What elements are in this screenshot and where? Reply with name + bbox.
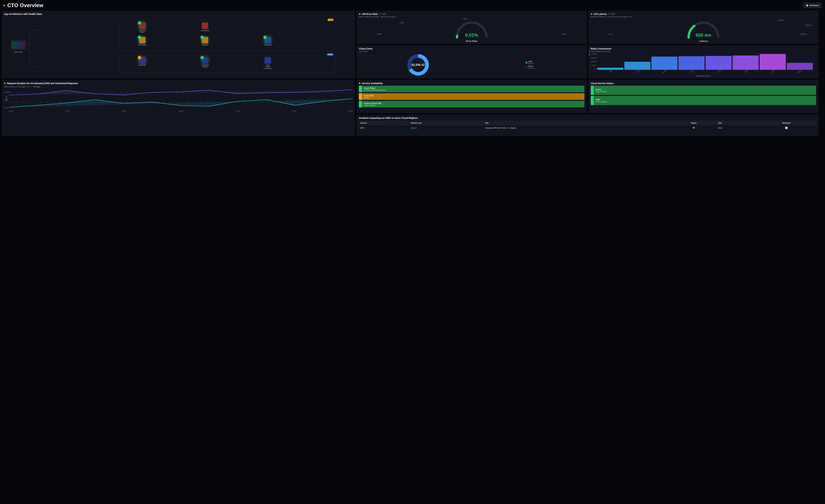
status-accent (591, 86, 594, 95)
gauge-api-error: 0.00% 0.50% 1.00% 2.00% 0.01% (359, 18, 584, 39)
status-bar-title: Azure Relay (364, 87, 582, 89)
status-bar[interactable]: AzureView in IsDown (591, 86, 816, 95)
node-relay[interactable]: Relay (Hybrid Connections) (262, 57, 274, 69)
node-s3[interactable]: S3 (Buckets) (199, 22, 211, 31)
panel-relay: Relay Connections Total connections by d… (588, 46, 818, 78)
status-bar-subtitle: View in IsDown (596, 91, 814, 92)
panel-cloud-costs: Cloud Costs Last month $3,596.42 AWS$2,4… (357, 46, 587, 78)
status-dot-icon (693, 127, 695, 129)
status-accent (591, 96, 594, 105)
reqdur-range: 24 hours (33, 86, 40, 88)
panel-incidents: Incidents impacting our AWS or Azure Clo… (357, 115, 818, 136)
gauge-axis-label: Latency (591, 40, 816, 43)
api-error-title: API Error Rate (362, 13, 378, 15)
cloud-tag-azure: Azure (327, 53, 333, 56)
panel-cloud-status: Cloud Service Status AzureView in IsDown… (588, 80, 818, 113)
relay-subtitle: Total connections by day (591, 50, 816, 52)
gauge-value: 0.01% (359, 32, 584, 38)
line-chart: number 1,000.00 900.00 800.00 (9, 89, 353, 109)
status-bar-title: Azure B2C (364, 94, 582, 97)
node-cosmosdb[interactable]: ✓ CosmosDB (Graph) (199, 57, 211, 68)
status-dot-icon (359, 13, 361, 15)
status-bar-subtitle: View in IsDown (596, 101, 814, 103)
checkbox-icon[interactable]: ✓ (785, 127, 788, 129)
kpi-tag: "1" KPI (379, 13, 386, 15)
cloud-box-aws: AWS (119, 20, 335, 51)
reqdur-title: Request Duration for On-Demand (API) and… (7, 82, 78, 85)
status-accent (359, 86, 362, 92)
costs-title: Cloud Costs (359, 47, 584, 50)
panel-api-error: API Error Rate "1" KPI AWS Lambda Error … (357, 11, 587, 44)
costs-legend: AWS$2,417.... Azure$1,179.... (526, 60, 536, 70)
status-dot-icon (359, 82, 361, 84)
status-accent (359, 101, 362, 107)
reqdur-subtitle: AWS Lambda, 1h average in ms (4, 86, 30, 88)
status-dot-icon (4, 82, 6, 84)
page-title: CTO Overview (7, 2, 43, 8)
costs-subtitle: Last month (359, 50, 584, 52)
bar[interactable] (733, 56, 759, 70)
cloud-tag-aws: AWS (327, 19, 333, 21)
gauge-axis-label: Error Rate (359, 40, 584, 43)
bar[interactable] (597, 68, 623, 70)
status-bar[interactable]: Azure Cosmos DBGraph Database (359, 101, 584, 107)
status-bar-subtitle: Graph Database (364, 104, 582, 106)
legend-swatch-icon (526, 62, 527, 63)
bar[interactable] (652, 57, 677, 70)
panel-architecture: App Architecture with Health State React… (2, 11, 355, 78)
bar[interactable] (705, 56, 732, 70)
health-ok-icon: ✓ (201, 36, 204, 39)
status-bar-title: Azure (596, 88, 814, 91)
health-ok-icon: ✓ (138, 21, 141, 24)
legend-swatch-icon (526, 66, 527, 68)
node-cloudfront[interactable]: ✓ CloudFront (CDN) (137, 22, 148, 33)
node-react-client-label: React Client (11, 51, 26, 53)
api-latency-subtitle: AWS API Gateway - last 15m period averag… (591, 16, 816, 18)
time-range-button[interactable]: 24 hours (803, 3, 822, 8)
bar[interactable] (678, 56, 704, 70)
relay-bar-chart: 4,000.00 3,000.00 2,000.00 1,000.00 0.00 (597, 53, 813, 70)
health-warn-icon: ! (138, 56, 141, 59)
health-ok-icon: ✓ (138, 36, 141, 39)
status-bar[interactable]: Azure B2CIdentity (359, 93, 584, 100)
api-error-subtitle: AWS Lambda Error Rate - last 15m average… (359, 16, 584, 18)
status-bar[interactable]: AWSView in IsDown (591, 96, 816, 105)
cstatus-title: Cloud Service Status (591, 82, 816, 85)
gauge-api-latency: 0 ms 2,000 ms 2,500 ms 3,000 ms 920 ms (591, 18, 816, 39)
panel-request-duration: Request Duration for On-Demand (API) and… (2, 80, 355, 136)
cloud-box-azure: Azure (119, 55, 335, 73)
donut-chart: $3,596.42 (407, 54, 429, 76)
status-bar-subtitle: On-Prem Hybrid Connections (364, 89, 582, 91)
api-latency-title: API Latency (594, 13, 607, 15)
clock-icon (806, 4, 808, 7)
node-react-client[interactable] (11, 41, 26, 50)
health-ok-icon: ✓ (264, 36, 267, 39)
gauge-value: 920 ms (591, 32, 816, 38)
status-bar-title: AWS (596, 98, 814, 101)
arch-title: App Architecture with Health State (4, 13, 353, 15)
incidents-table: Service IsDown Link Title Status Type Re… (359, 121, 816, 130)
status-bar-subtitle: Identity (364, 97, 582, 99)
incidents-title: Incidents impacting our AWS or Azure Clo… (359, 117, 816, 119)
time-range-label: 24 hours (810, 4, 819, 7)
node-dynamodb[interactable]: ✓ DynamoDB (262, 37, 274, 46)
node-lambdas[interactable]: ✓ Lambdas (199, 37, 211, 46)
kpi-tag: "1" KPI (608, 13, 615, 15)
panel-api-latency: API Latency "1" KPI AWS API Gateway - la… (588, 11, 818, 44)
status-dot-icon (3, 5, 5, 6)
relay-title: Relay Connections (591, 47, 816, 50)
table-row[interactable]: AWS 267477 Increased API Error Rates - N… (359, 126, 816, 131)
panel-service-availability: Service Availability Azure RelayOn-Prem … (357, 80, 587, 113)
isdown-link[interactable]: 267477 (411, 127, 417, 129)
status-bar-title: Azure Cosmos DB (364, 102, 582, 104)
status-dot-icon (591, 13, 592, 15)
bar[interactable] (760, 54, 786, 70)
node-b2c[interactable]: ! B2C (Auth) (137, 57, 148, 66)
health-ok-icon: ✓ (201, 56, 204, 59)
status-bar[interactable]: Azure RelayOn-Prem Hybrid Connections (359, 86, 584, 92)
node-api-gateway[interactable]: ✓ API Gateway (137, 37, 148, 46)
donut-total: $3,596.42 (407, 54, 429, 76)
status-accent (359, 93, 362, 100)
svcav-title: Service Availability (362, 82, 383, 85)
